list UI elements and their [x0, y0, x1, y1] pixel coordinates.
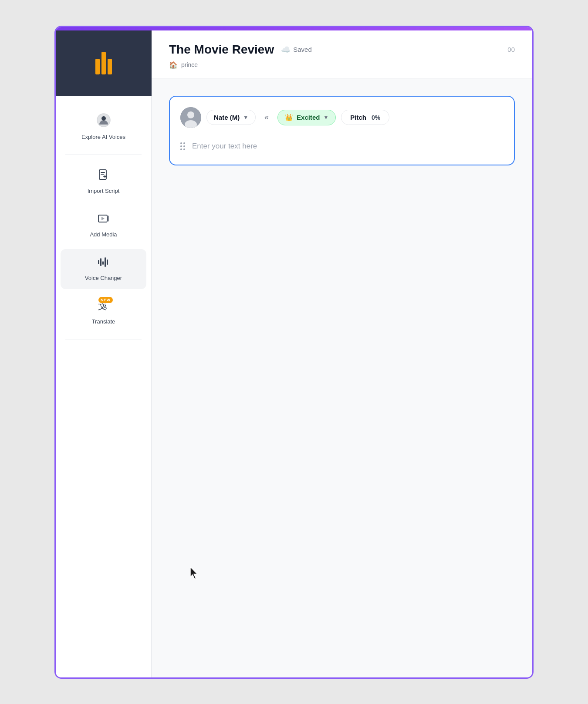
drag-dot-2 [183, 142, 185, 144]
sidebar-item-add-media[interactable]: Add Media [61, 205, 146, 246]
main-content: The Movie Review ☁️ Saved 00 🏠 prince [152, 30, 532, 677]
svg-rect-4 [98, 260, 99, 264]
svg-rect-6 [102, 261, 104, 265]
sidebar-logo [56, 30, 152, 96]
svg-point-12 [187, 111, 194, 118]
drag-dot-3 [180, 145, 182, 147]
svg-point-1 [101, 116, 106, 121]
drag-dot-6 [183, 148, 185, 150]
breadcrumb-user: prince [181, 61, 198, 68]
logo-bar-1 [95, 59, 100, 74]
pitch-selector[interactable]: Pitch 0% [341, 110, 389, 125]
emotion-selector[interactable]: 👑 Excited ▼ [277, 110, 336, 125]
saved-label: Saved [293, 46, 312, 53]
media-icon [98, 212, 110, 228]
header: The Movie Review ☁️ Saved 00 🏠 prince [152, 30, 532, 78]
avatar [180, 107, 201, 128]
sidebar-nav: Explore AI Voices Import Script [56, 96, 151, 354]
voice-block-header: Nate (M) ▼ « 👑 Excited ▼ [180, 107, 504, 128]
rewind-button[interactable]: « [261, 111, 272, 124]
sidebar-item-explore-ai-voices[interactable]: Explore AI Voices [61, 106, 146, 148]
emotion-chevron-icon: ▼ [323, 115, 328, 121]
voice-name: Nate (M) [214, 114, 240, 121]
sidebar: Explore AI Voices Import Script [56, 30, 152, 677]
rewind-icon: « [264, 113, 269, 122]
app-window: Explore AI Voices Import Script [54, 26, 534, 679]
voice-changer-label: Voice Changer [85, 275, 122, 282]
logo-bar-3 [108, 59, 112, 74]
svg-rect-8 [107, 259, 108, 265]
content-area: Nate (M) ▼ « 👑 Excited ▼ [152, 78, 532, 677]
translate-wrapper: 文 A NEW [97, 300, 110, 315]
svg-rect-7 [105, 257, 106, 267]
new-badge: NEW [98, 297, 113, 303]
person-icon [97, 113, 111, 130]
text-placeholder: Enter your text here [192, 142, 504, 151]
sidebar-item-voice-changer[interactable]: Voice Changer [61, 249, 146, 289]
avatar-image [180, 107, 201, 128]
explore-ai-voices-label: Explore AI Voices [81, 134, 125, 141]
emotion-label: Excited [297, 114, 320, 121]
page-title: The Movie Review [169, 43, 274, 57]
logo-bar-2 [101, 52, 106, 74]
equalizer-icon [97, 256, 110, 271]
add-media-label: Add Media [90, 231, 117, 239]
svg-text:A: A [103, 304, 107, 310]
drag-dot-1 [180, 142, 182, 144]
main-layout: Explore AI Voices Import Script [56, 30, 532, 677]
svg-rect-2 [99, 170, 106, 179]
import-script-label: Import Script [88, 188, 120, 195]
header-time: 00 [507, 46, 515, 53]
voice-block: Nate (M) ▼ « 👑 Excited ▼ [169, 96, 515, 165]
header-top: The Movie Review ☁️ Saved 00 [169, 43, 515, 57]
drag-dot-5 [180, 148, 182, 150]
cloud-icon: ☁️ [281, 45, 291, 54]
nav-divider-1 [65, 155, 142, 155]
top-bar [56, 27, 532, 30]
document-add-icon [98, 169, 110, 184]
saved-status: ☁️ Saved [281, 45, 312, 54]
nav-divider-2 [65, 340, 142, 340]
sidebar-item-import-script[interactable]: Import Script [61, 162, 146, 202]
pitch-label: Pitch [350, 114, 366, 121]
home-icon: 🏠 [169, 61, 178, 69]
svg-rect-5 [100, 258, 101, 266]
app-logo[interactable] [95, 52, 112, 74]
pitch-value: 0% [372, 114, 380, 121]
translate-label: Translate [92, 318, 115, 326]
emotion-emoji: 👑 [285, 114, 293, 121]
text-input-area[interactable]: Enter your text here [180, 138, 504, 154]
chevron-down-icon: ▼ [243, 115, 248, 121]
drag-dot-4 [183, 145, 185, 147]
sidebar-item-translate[interactable]: 文 A NEW Translate [61, 293, 146, 333]
breadcrumb: 🏠 prince [169, 61, 515, 69]
drag-handle[interactable] [180, 142, 185, 150]
voice-selector[interactable]: Nate (M) ▼ [206, 110, 256, 125]
